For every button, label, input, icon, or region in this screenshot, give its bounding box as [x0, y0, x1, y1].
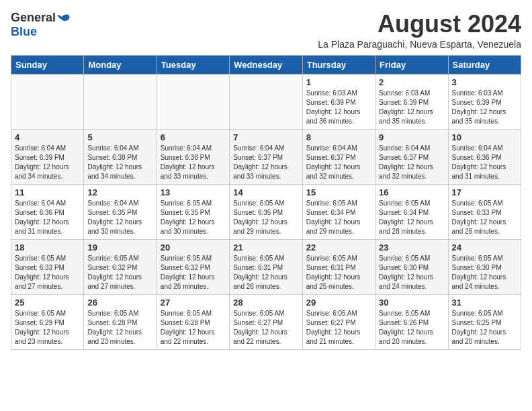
day-number: 19: [87, 242, 152, 253]
calendar-cell: 11Sunrise: 6:04 AM Sunset: 6:36 PM Dayli…: [11, 184, 84, 239]
day-info: Sunrise: 6:05 AM Sunset: 6:28 PM Dayligh…: [161, 309, 226, 347]
day-info: Sunrise: 6:05 AM Sunset: 6:35 PM Dayligh…: [233, 199, 298, 236]
calendar-cell: 13Sunrise: 6:05 AM Sunset: 6:35 PM Dayli…: [157, 184, 229, 239]
day-info: Sunrise: 6:03 AM Sunset: 6:39 PM Dayligh…: [379, 89, 444, 126]
weekday-header-row: SundayMondayTuesdayWednesdayThursdayFrid…: [11, 55, 521, 74]
calendar-cell: [157, 74, 229, 129]
day-info: Sunrise: 6:05 AM Sunset: 6:29 PM Dayligh…: [15, 309, 80, 347]
logo-blue-text: Blue: [11, 25, 37, 38]
calendar-cell: 17Sunrise: 6:05 AM Sunset: 6:33 PM Dayli…: [448, 184, 521, 239]
day-info: Sunrise: 6:05 AM Sunset: 6:33 PM Dayligh…: [452, 199, 517, 236]
calendar-week-1: 1Sunrise: 6:03 AM Sunset: 6:39 PM Daylig…: [11, 74, 521, 129]
day-number: 22: [306, 242, 371, 253]
day-number: 27: [161, 298, 226, 308]
calendar-cell: 9Sunrise: 6:04 AM Sunset: 6:37 PM Daylig…: [375, 129, 448, 184]
day-number: 11: [15, 187, 80, 197]
day-number: 26: [87, 298, 152, 308]
day-number: 14: [233, 187, 298, 197]
day-number: 12: [87, 187, 152, 197]
title-section: August 2024 La Plaza Paraguachi, Nueva E…: [318, 11, 521, 50]
day-info: Sunrise: 6:04 AM Sunset: 6:39 PM Dayligh…: [15, 144, 80, 181]
calendar-cell: 1Sunrise: 6:03 AM Sunset: 6:39 PM Daylig…: [302, 74, 375, 129]
day-number: 23: [379, 242, 444, 253]
day-info: Sunrise: 6:05 AM Sunset: 6:32 PM Dayligh…: [161, 254, 226, 291]
calendar-cell: 20Sunrise: 6:05 AM Sunset: 6:32 PM Dayli…: [157, 239, 229, 294]
day-number: 13: [161, 187, 226, 197]
calendar-cell: 8Sunrise: 6:04 AM Sunset: 6:37 PM Daylig…: [302, 129, 375, 184]
day-info: Sunrise: 6:05 AM Sunset: 6:30 PM Dayligh…: [452, 254, 517, 291]
calendar-cell: 18Sunrise: 6:05 AM Sunset: 6:33 PM Dayli…: [11, 239, 84, 294]
calendar-cell: 24Sunrise: 6:05 AM Sunset: 6:30 PM Dayli…: [448, 239, 521, 294]
day-info: Sunrise: 6:05 AM Sunset: 6:27 PM Dayligh…: [306, 309, 371, 347]
calendar-cell: 10Sunrise: 6:04 AM Sunset: 6:36 PM Dayli…: [448, 129, 521, 184]
day-number: 7: [233, 132, 298, 142]
day-info: Sunrise: 6:03 AM Sunset: 6:39 PM Dayligh…: [452, 89, 517, 126]
day-info: Sunrise: 6:05 AM Sunset: 6:25 PM Dayligh…: [452, 309, 517, 347]
day-info: Sunrise: 6:04 AM Sunset: 6:38 PM Dayligh…: [87, 144, 152, 181]
calendar-cell: 19Sunrise: 6:05 AM Sunset: 6:32 PM Dayli…: [84, 239, 157, 294]
day-info: Sunrise: 6:05 AM Sunset: 6:31 PM Dayligh…: [233, 254, 298, 291]
calendar-cell: [84, 74, 157, 129]
day-info: Sunrise: 6:05 AM Sunset: 6:33 PM Dayligh…: [15, 254, 80, 291]
weekday-header-monday: Monday: [84, 55, 157, 74]
calendar-week-4: 18Sunrise: 6:05 AM Sunset: 6:33 PM Dayli…: [11, 239, 521, 294]
calendar-cell: 30Sunrise: 6:05 AM Sunset: 6:26 PM Dayli…: [375, 294, 448, 349]
calendar-cell: 22Sunrise: 6:05 AM Sunset: 6:31 PM Dayli…: [302, 239, 375, 294]
logo-bird-icon: [57, 11, 71, 25]
calendar-cell: 15Sunrise: 6:05 AM Sunset: 6:34 PM Dayli…: [302, 184, 375, 239]
day-number: 31: [452, 298, 517, 308]
day-number: 24: [452, 242, 517, 253]
day-number: 20: [161, 242, 226, 253]
calendar-cell: 7Sunrise: 6:04 AM Sunset: 6:37 PM Daylig…: [230, 129, 302, 184]
page-header: General Blue August 2024 La Plaza Paragu…: [11, 11, 521, 50]
calendar-cell: 4Sunrise: 6:04 AM Sunset: 6:39 PM Daylig…: [11, 129, 84, 184]
day-info: Sunrise: 6:05 AM Sunset: 6:34 PM Dayligh…: [379, 199, 444, 236]
day-number: 2: [379, 77, 444, 87]
day-info: Sunrise: 6:04 AM Sunset: 6:36 PM Dayligh…: [452, 144, 517, 181]
day-number: 17: [452, 187, 517, 197]
logo: General Blue: [11, 11, 71, 39]
weekday-header-sunday: Sunday: [11, 55, 84, 74]
calendar-cell: 12Sunrise: 6:04 AM Sunset: 6:35 PM Dayli…: [84, 184, 157, 239]
calendar-table: SundayMondayTuesdayWednesdayThursdayFrid…: [11, 55, 521, 350]
day-number: 29: [306, 298, 371, 308]
day-info: Sunrise: 6:05 AM Sunset: 6:31 PM Dayligh…: [306, 254, 371, 291]
calendar-cell: 26Sunrise: 6:05 AM Sunset: 6:28 PM Dayli…: [84, 294, 157, 349]
day-number: 9: [379, 132, 444, 142]
day-number: 5: [87, 132, 152, 142]
day-number: 1: [306, 77, 371, 87]
day-info: Sunrise: 6:04 AM Sunset: 6:36 PM Dayligh…: [15, 199, 80, 236]
calendar-cell: 14Sunrise: 6:05 AM Sunset: 6:35 PM Dayli…: [230, 184, 302, 239]
calendar-cell: 3Sunrise: 6:03 AM Sunset: 6:39 PM Daylig…: [448, 74, 521, 129]
weekday-header-saturday: Saturday: [448, 55, 521, 74]
day-number: 21: [233, 242, 298, 253]
day-number: 28: [233, 298, 298, 308]
day-info: Sunrise: 6:04 AM Sunset: 6:37 PM Dayligh…: [233, 144, 298, 181]
day-number: 15: [306, 187, 371, 197]
calendar-cell: [230, 74, 302, 129]
day-number: 25: [15, 298, 80, 308]
weekday-header-tuesday: Tuesday: [157, 55, 229, 74]
day-info: Sunrise: 6:05 AM Sunset: 6:26 PM Dayligh…: [379, 309, 444, 347]
calendar-cell: 27Sunrise: 6:05 AM Sunset: 6:28 PM Dayli…: [157, 294, 229, 349]
calendar-cell: 28Sunrise: 6:05 AM Sunset: 6:27 PM Dayli…: [230, 294, 302, 349]
day-info: Sunrise: 6:03 AM Sunset: 6:39 PM Dayligh…: [306, 89, 371, 126]
calendar-cell: [11, 74, 84, 129]
calendar-week-5: 25Sunrise: 6:05 AM Sunset: 6:29 PM Dayli…: [11, 294, 521, 349]
day-info: Sunrise: 6:04 AM Sunset: 6:37 PM Dayligh…: [306, 144, 371, 181]
calendar-week-3: 11Sunrise: 6:04 AM Sunset: 6:36 PM Dayli…: [11, 184, 521, 239]
calendar-cell: 6Sunrise: 6:04 AM Sunset: 6:38 PM Daylig…: [157, 129, 229, 184]
weekday-header-thursday: Thursday: [302, 55, 375, 74]
day-info: Sunrise: 6:04 AM Sunset: 6:38 PM Dayligh…: [161, 144, 226, 181]
month-title: August 2024: [318, 11, 521, 38]
day-number: 16: [379, 187, 444, 197]
day-info: Sunrise: 6:05 AM Sunset: 6:34 PM Dayligh…: [306, 199, 371, 236]
calendar-week-2: 4Sunrise: 6:04 AM Sunset: 6:39 PM Daylig…: [11, 129, 521, 184]
day-number: 6: [161, 132, 226, 142]
logo-general-text: General: [11, 11, 56, 25]
day-info: Sunrise: 6:05 AM Sunset: 6:35 PM Dayligh…: [161, 199, 226, 236]
calendar-cell: 23Sunrise: 6:05 AM Sunset: 6:30 PM Dayli…: [375, 239, 448, 294]
calendar-cell: 21Sunrise: 6:05 AM Sunset: 6:31 PM Dayli…: [230, 239, 302, 294]
location-subtitle: La Plaza Paraguachi, Nueva Esparta, Vene…: [318, 39, 521, 50]
day-number: 10: [452, 132, 517, 142]
